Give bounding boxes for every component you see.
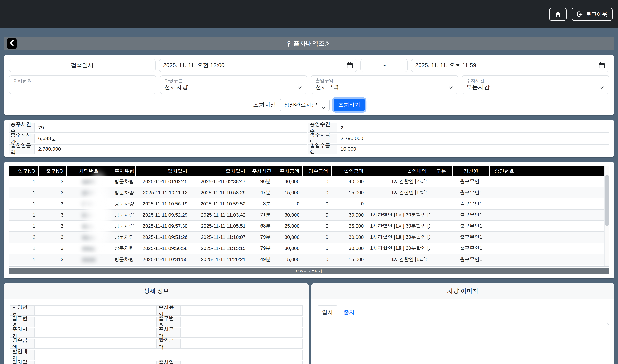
table-cell: 2025-11-11 09:33:58 [136, 265, 191, 267]
table-cell: 출구무인1 [453, 232, 489, 243]
table-cell: 71분 [249, 209, 274, 221]
summary-row: 총할인금액2,780,000총영수금액10,000 [9, 144, 609, 154]
table-cell [430, 198, 453, 209]
date-to-input[interactable]: 2025. 11. 11. 오후 11:59 [411, 59, 609, 72]
table-row[interactable]: 23▮▮▮▮▮방문차량2025-11-11 09:51:262025-11-11… [9, 232, 609, 243]
table-cell: 방문차량 [111, 265, 136, 267]
table-cell: 68분 [249, 221, 274, 232]
table-cell: 3 [39, 221, 67, 232]
detail-label: 주차금액 [156, 327, 181, 338]
table-cell-filler [519, 243, 609, 254]
detail-value [181, 339, 303, 349]
table-cell [489, 187, 519, 198]
csv-export-button[interactable]: CSV로 내보내기 [9, 268, 609, 274]
table-cell: 2025-11-11 01:02:45 [136, 176, 191, 187]
back-button[interactable] [7, 38, 17, 49]
logout-label: 로그아웃 [586, 11, 607, 18]
table-cell: 방문차량 [111, 254, 136, 265]
column-header-filler [519, 166, 609, 176]
table-cell [489, 176, 519, 187]
table-cell: ▮▮▮▮▮ [67, 209, 111, 221]
table-cell: ▮▮▮▮▮ [67, 221, 111, 232]
column-header: 영수금액 [303, 166, 331, 176]
records-table: 입구NO출구NO차량번호주차유형입차일시출차일시주차시간주차금액영수금액할인금액… [9, 166, 609, 267]
table-cell: 1시간할인 [1회];30분할인 [1회]; [367, 243, 430, 254]
table-row[interactable]: 13▮▮▮▮▮방문차량2025-11-11 01:02:452025-11-11… [9, 176, 609, 187]
table-cell: 30,000 [274, 209, 303, 221]
table-row[interactable]: 13▮▮▮▮▮방문차량2025-11-11 09:33:582025-11-11… [9, 265, 609, 267]
table-cell: 출구무인1 [453, 187, 489, 198]
table-cell: 방문차량 [111, 209, 136, 221]
redacted-plate: ▮▮▮▮▮ [82, 234, 96, 240]
table-cell: 3 [39, 265, 67, 267]
table-cell: 2025-11-11 11:05:51 [191, 221, 249, 232]
logout-button[interactable]: 로그아웃 [572, 8, 613, 21]
detail-panel-title: 상세 정보 [4, 283, 309, 299]
plate-number-input[interactable]: 차량번호 [9, 75, 157, 94]
table-cell [489, 254, 519, 265]
table-cell: 방문차량 [111, 198, 136, 209]
table-row[interactable]: 13▮▮▮▮▮방문차량2025-11-11 10:11:122025-11-11… [9, 187, 609, 198]
table-cell: ▮▮▮▮▮ [67, 254, 111, 265]
search-filter-card: 검색일시 2025. 11. 11. 오전 12:00 ~ 2025. 11. … [4, 55, 614, 115]
table-cell: 1시간할인 [1회];30분할인 [1회]; [367, 221, 430, 232]
calendar-icon[interactable] [599, 62, 605, 70]
vehicle-image-panel: 차량 이미지 입차 출차 [311, 283, 614, 364]
table-cell: 111분 [249, 265, 274, 267]
table-cell [489, 209, 519, 221]
table-cell: 출구무인1 [453, 243, 489, 254]
table-cell: 3분 [249, 198, 274, 209]
table-cell: 15,000 [331, 254, 367, 265]
search-submit-button[interactable]: 조회하기 [333, 99, 365, 111]
table-row[interactable]: 13경7▮▮▮방문차량2025-11-11 10:56:192025-11-11… [9, 198, 609, 209]
tab-exit-image[interactable]: 출차 [339, 306, 360, 319]
detail-label: 할인금액 [156, 339, 181, 349]
query-target-select[interactable]: 정산완료차량 [280, 99, 330, 111]
table-scrollbar[interactable] [604, 166, 609, 266]
redacted-plate: ▮▮▮▮▮ [82, 212, 96, 218]
chevron-down-icon [322, 104, 326, 110]
detail-value [34, 327, 156, 338]
table-cell: 15,000 [331, 187, 367, 198]
table-cell [489, 221, 519, 232]
table-cell: 2025-11-11 10:11:12 [136, 187, 191, 198]
calendar-icon[interactable] [347, 62, 353, 70]
table-row[interactable]: 13▮▮▮▮▮방문차량2025-11-11 09:56:582025-11-11… [9, 243, 609, 254]
scrollbar-thumb[interactable] [605, 175, 609, 226]
table-cell: 2025-11-11 10:58:29 [191, 187, 249, 198]
table-row[interactable]: 13▮▮▮▮▮방문차량2025-11-11 09:57:302025-11-11… [9, 221, 609, 232]
table-row[interactable]: 13▮▮▮▮▮방문차량2025-11-11 09:52:292025-11-11… [9, 209, 609, 221]
query-target-label: 조회대상 [253, 101, 276, 109]
table-cell: 1시간할인 [1회];30분할인 [1회]; [367, 232, 430, 243]
table-cell: 40,000 [274, 176, 303, 187]
detail-value [34, 305, 156, 316]
detail-row: 입구번호출구번호 [10, 317, 303, 327]
table-row[interactable]: 13▮▮▮▮▮방문차량2025-11-11 10:31:552025-11-11… [9, 254, 609, 265]
parking-time-select[interactable]: 주차시간 모든시간 [462, 75, 609, 94]
vehicle-type-value: 전체차량 [164, 83, 188, 91]
detail-value [34, 317, 156, 327]
page-title-bar: 입출차내역조회 [4, 37, 614, 51]
table-cell [430, 232, 453, 243]
column-header: 구분 [430, 166, 453, 176]
tab-entry-image[interactable]: 입차 [316, 305, 339, 319]
vehicle-image-placeholder [316, 323, 609, 364]
vehicle-type-select[interactable]: 차량구분 전체차량 [160, 75, 308, 94]
detail-value [34, 361, 156, 364]
gate-area-select[interactable]: 출입구역 전체구역 [311, 75, 458, 94]
table-cell [489, 243, 519, 254]
table-cell: 30,000 [274, 243, 303, 254]
column-header: 차량번호 [67, 166, 111, 176]
column-header: 출차일시 [191, 166, 249, 176]
summary-row: 총주차건수79총영수건수2 [9, 123, 609, 133]
table-cell: 2025-11-11 10:31:55 [136, 254, 191, 265]
table-cell: 3 [39, 198, 67, 209]
summary-value: 6,688분 [35, 133, 307, 143]
home-button[interactable] [549, 8, 567, 21]
table-cell: 0 [303, 221, 331, 232]
table-cell: 1시간할인 [1회]; [367, 254, 430, 265]
date-from-input[interactable]: 2025. 11. 11. 오전 12:00 [159, 59, 357, 72]
table-cell: 2 [9, 232, 39, 243]
table-cell-filler [519, 254, 609, 265]
table-cell: 3 [39, 209, 67, 221]
